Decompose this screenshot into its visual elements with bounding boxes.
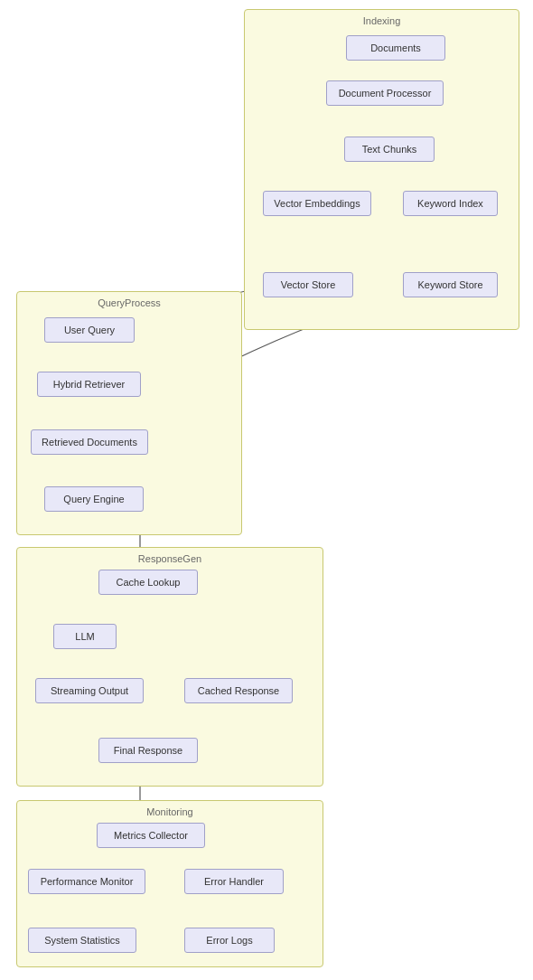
indexing-label: Indexing <box>363 15 401 26</box>
queryprocess-group: QueryProcess User Query Hybrid Retriever… <box>16 291 242 535</box>
diagram: Indexing Documents Document Processor Te… <box>0 0 533 980</box>
documents-node: Documents <box>346 35 445 61</box>
keyword-index-node: Keyword Index <box>403 191 498 216</box>
performance-monitor-node: Performance Monitor <box>28 869 145 894</box>
streaming-output-node: Streaming Output <box>35 678 144 703</box>
monitoring-label: Monitoring <box>146 806 192 817</box>
vector-embeddings-node: Vector Embeddings <box>263 191 371 216</box>
responsegen-group: ResponseGen Cache Lookup LLM Streaming O… <box>16 547 323 787</box>
indexing-group: Indexing Documents Document Processor Te… <box>244 9 519 330</box>
retrieved-documents-node: Retrieved Documents <box>31 429 148 455</box>
llm-node: LLM <box>53 624 117 649</box>
error-handler-node: Error Handler <box>184 869 284 894</box>
hybrid-retriever-node: Hybrid Retriever <box>37 372 141 397</box>
responsegen-label: ResponseGen <box>138 553 201 564</box>
keyword-store-node: Keyword Store <box>403 272 498 297</box>
cached-response-node: Cached Response <box>184 678 293 703</box>
user-query-node: User Query <box>44 317 135 343</box>
system-statistics-node: System Statistics <box>28 928 136 953</box>
cache-lookup-node: Cache Lookup <box>98 570 198 595</box>
queryprocess-label: QueryProcess <box>98 297 161 308</box>
metrics-collector-node: Metrics Collector <box>97 823 205 848</box>
text-chunks-node: Text Chunks <box>344 137 435 162</box>
vector-store-node: Vector Store <box>263 272 353 297</box>
error-logs-node: Error Logs <box>184 928 275 953</box>
document-processor-node: Document Processor <box>326 80 444 106</box>
query-engine-node: Query Engine <box>44 486 144 512</box>
monitoring-group: Monitoring Metrics Collector Performance… <box>16 800 323 967</box>
final-response-node: Final Response <box>98 738 198 763</box>
